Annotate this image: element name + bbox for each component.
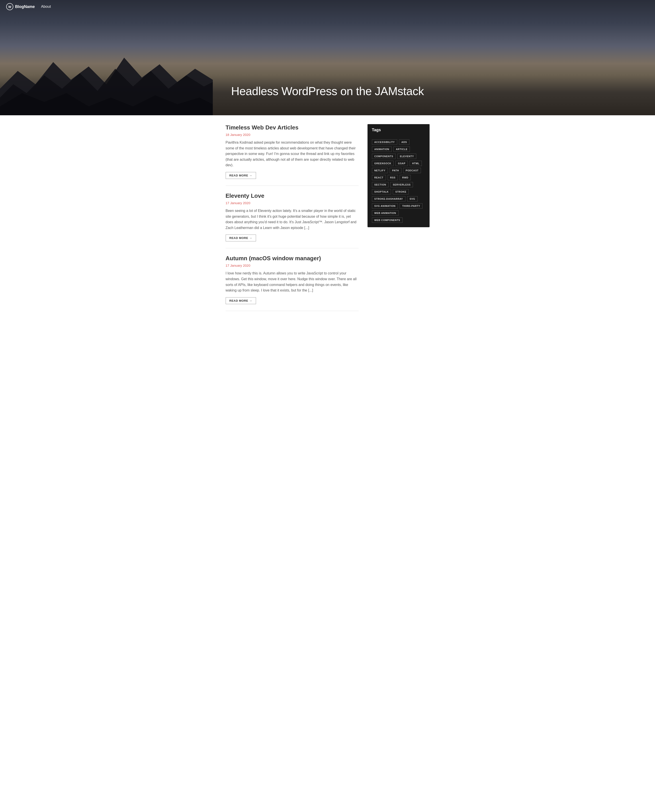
tag-item[interactable]: ARTICLE <box>394 146 410 152</box>
article-3-date: 17 January 2020 <box>226 264 359 268</box>
article-1-date: 18 January 2020 <box>226 133 359 137</box>
tag-item[interactable]: REACT <box>372 175 386 180</box>
tag-item[interactable]: NETLIFY <box>372 168 388 173</box>
article-3-excerpt: I love how nerdy this is. Autumn allows … <box>226 271 359 293</box>
nav-brand[interactable]: W BlogName <box>6 3 35 10</box>
tag-item[interactable]: SECTION <box>372 182 389 187</box>
article-1-excerpt: Pavithra Kodmad asked people for recomme… <box>226 140 359 168</box>
tag-item[interactable]: GSAP <box>395 161 408 166</box>
navigation: W BlogName About <box>0 0 655 13</box>
tag-item[interactable]: ELEVENTY <box>397 154 416 159</box>
tag-item[interactable]: RWD <box>400 175 411 180</box>
tag-item[interactable]: RSS <box>388 175 398 180</box>
tag-item[interactable]: THIRD-PARTY <box>400 203 423 209</box>
svg-text:W: W <box>8 5 11 9</box>
article-1-title: Timeless Web Dev Articles <box>226 124 359 131</box>
tag-item[interactable]: COMPONENTS <box>372 154 396 159</box>
article-1-read-more[interactable]: READ MORE → <box>226 172 256 179</box>
tag-item[interactable]: STROKE-DASHARRAY <box>372 196 405 201</box>
tag-item[interactable]: STROKE <box>393 189 409 194</box>
hero-title: Headless WordPress on the JAMstack <box>231 85 424 97</box>
tag-item[interactable]: ACCESSIBILITY <box>372 140 397 145</box>
article-2-excerpt: Been seeing a lot of Eleventy action lat… <box>226 208 359 231</box>
articles-list: Timeless Web Dev Articles 18 January 202… <box>226 124 359 311</box>
brand-logo-icon: W <box>6 3 13 10</box>
tag-item[interactable]: ADS <box>399 140 409 145</box>
hero-mountains-illustration <box>0 49 213 115</box>
tag-item[interactable]: PATH <box>390 168 401 173</box>
article-3: Autumn (macOS window manager) 17 January… <box>226 248 359 311</box>
tag-item[interactable]: SERVERLESS <box>391 182 413 187</box>
hero-section: Headless WordPress on the JAMstack <box>0 0 655 115</box>
tag-item[interactable]: PODCAST <box>403 168 421 173</box>
tag-item[interactable]: ANIMATION <box>372 146 392 152</box>
sidebar: Tags ACCESSIBILITYADSANIMATIONARTICLECOM… <box>367 124 430 311</box>
article-3-title: Autumn (macOS window manager) <box>226 255 359 262</box>
tag-item[interactable]: SHOPTALK <box>372 189 391 194</box>
brand-name: BlogName <box>15 5 35 9</box>
tags-list: ACCESSIBILITYADSANIMATIONARTICLECOMPONEN… <box>367 136 430 227</box>
article-2-date: 17 January 2020 <box>226 201 359 205</box>
article-2-read-more[interactable]: READ MORE → <box>226 235 256 241</box>
tags-header: Tags <box>367 124 430 136</box>
tags-box: Tags ACCESSIBILITYADSANIMATIONARTICLECOM… <box>367 124 430 227</box>
article-1: Timeless Web Dev Articles 18 January 202… <box>226 124 359 186</box>
tag-item[interactable]: WEB ANIMATION <box>372 211 398 216</box>
tag-item[interactable]: SVG <box>407 196 418 201</box>
tag-item[interactable]: GREENSOCK <box>372 161 394 166</box>
article-2-title: Eleventy Love <box>226 192 359 199</box>
tag-item[interactable]: SVG ANIMATION <box>372 203 398 209</box>
tag-item[interactable]: WEB COMPONENTS <box>372 217 403 223</box>
nav-about-link[interactable]: About <box>41 5 51 9</box>
article-2: Eleventy Love 17 January 2020 Been seein… <box>226 186 359 248</box>
main-content: Timeless Web Dev Articles 18 January 202… <box>221 115 434 320</box>
tag-item[interactable]: HTML <box>410 161 422 166</box>
article-3-read-more[interactable]: READ MORE → <box>226 297 256 304</box>
